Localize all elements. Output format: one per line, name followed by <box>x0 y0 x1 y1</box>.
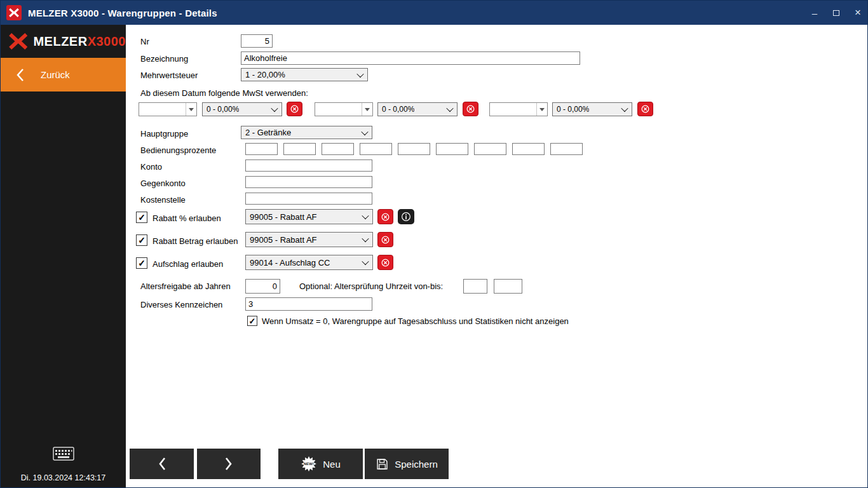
hauptgruppe-dropdown[interactable]: 2 - Getränke <box>241 126 372 139</box>
mwst-rate-dropdown-3[interactable]: 0 - 0,00% <box>552 102 632 116</box>
nr-input[interactable] <box>241 34 273 48</box>
bedienung-input-1[interactable] <box>245 143 278 155</box>
mwst-delete-button-3[interactable] <box>637 102 653 116</box>
calendar-dropdown-icon <box>362 103 372 116</box>
hauptgruppe-value: 2 - Getränke <box>245 128 291 137</box>
rabatt-betrag-checkbox[interactable]: ✓ <box>136 234 147 246</box>
maximize-icon <box>833 10 839 16</box>
diverses-kennzeichen-label: Diverses Kennzeichen <box>140 300 222 309</box>
back-button-label: Zurück <box>41 69 70 80</box>
mwst-delete-button-2[interactable] <box>463 102 478 116</box>
mwst-rate-dropdown-2[interactable]: 0 - 0,00% <box>377 102 458 116</box>
back-button[interactable]: Zurück <box>1 58 126 92</box>
bedienung-input-2[interactable] <box>283 143 316 155</box>
neu-button-label: Neu <box>323 459 341 470</box>
next-record-button[interactable] <box>197 449 261 479</box>
bedienung-input-3[interactable] <box>322 143 354 155</box>
check-icon: ✓ <box>138 235 146 245</box>
aufschlag-dropdown[interactable]: 99014 - Aufschlag CC <box>245 255 373 270</box>
bedienung-input-4[interactable] <box>360 143 392 155</box>
rabatt-prozent-checkbox[interactable]: ✓ <box>136 212 147 223</box>
bedienung-input-7[interactable] <box>474 143 506 155</box>
rabatt-betrag-delete-button[interactable] <box>377 232 393 247</box>
mehrwertsteuer-label: Mehrwertsteuer <box>140 71 198 80</box>
minimize-icon: – <box>812 8 817 18</box>
mwst-rate-dropdown-1[interactable]: 0 - 0,00% <box>202 102 282 116</box>
chevron-left-icon <box>16 68 24 82</box>
delete-circle-x-icon <box>640 104 651 114</box>
check-icon: ✓ <box>249 316 256 326</box>
speichern-button-label: Speichern <box>395 459 438 470</box>
neu-button[interactable]: NEW! Neu <box>278 449 363 479</box>
delete-circle-x-icon <box>380 212 391 222</box>
rabatt-prozent-delete-button[interactable] <box>377 209 393 224</box>
bedienung-input-5[interactable] <box>398 143 430 155</box>
check-icon: ✓ <box>138 258 146 268</box>
aufschlag-checkbox[interactable]: ✓ <box>136 257 147 269</box>
konto-label: Konto <box>140 162 162 172</box>
alterspruefung-bis-input[interactable] <box>494 279 522 294</box>
save-floppy-icon <box>376 458 389 471</box>
chevron-down-icon <box>621 105 628 112</box>
mehrwertsteuer-value: 1 - 20,00% <box>245 70 285 79</box>
window-title: MELZER X3000 - Warengruppen - Details <box>28 8 217 18</box>
alterspruefung-von-input[interactable] <box>463 279 487 294</box>
mwst-date-picker-2[interactable] <box>315 102 373 116</box>
bezeichnung-input[interactable] <box>241 51 580 65</box>
chevron-down-icon <box>356 70 363 77</box>
rabatt-betrag-value: 99005 - Rabatt AF <box>250 235 317 245</box>
mwst-rate-value-1: 0 - 0,00% <box>207 105 239 114</box>
rabatt-betrag-label: Rabatt Betrag erlauben <box>153 236 238 246</box>
nr-label: Nr <box>140 37 149 46</box>
close-icon: × <box>855 6 861 19</box>
mwst-rate-value-3: 0 - 0,00% <box>557 105 589 114</box>
bedienung-input-6[interactable] <box>436 143 468 155</box>
aufschlag-label: Aufschlag erlauben <box>153 259 223 269</box>
delete-circle-x-icon <box>289 104 300 114</box>
kostenstelle-input[interactable] <box>245 193 372 205</box>
calendar-dropdown-icon <box>536 103 547 116</box>
minimize-button[interactable]: – <box>804 1 825 25</box>
gegenkonto-label: Gegenkonto <box>140 179 186 188</box>
mwst-date-picker-3[interactable] <box>489 102 548 116</box>
speichern-button[interactable]: Speichern <box>365 449 449 479</box>
brand-secondary: X3000 <box>88 34 126 48</box>
maximize-button[interactable] <box>825 1 847 25</box>
svg-text:NEW!: NEW! <box>304 462 314 466</box>
rabatt-prozent-dropdown[interactable]: 99005 - Rabatt AF <box>245 209 373 224</box>
window-controls: – × <box>804 1 868 25</box>
mwst-date-picker-1[interactable] <box>139 102 197 116</box>
previous-record-button[interactable] <box>130 449 194 479</box>
aufschlag-delete-button[interactable] <box>377 255 393 270</box>
delete-circle-x-icon <box>465 104 476 114</box>
hauptgruppe-label: Hauptgruppe <box>140 129 188 139</box>
diverses-kennzeichen-input[interactable] <box>245 297 372 311</box>
calendar-dropdown-icon <box>186 103 196 116</box>
bedienung-input-8[interactable] <box>512 143 545 155</box>
brand-logo: MELZERX3000 <box>1 25 126 58</box>
rabatt-betrag-dropdown[interactable]: 99005 - Rabatt AF <box>245 232 373 247</box>
datetime-display: Di. 19.03.2024 12:43:17 <box>1 473 126 482</box>
keyboard-toggle[interactable] <box>1 447 126 461</box>
umsatz-null-label: Wenn Umsatz = 0, Warengruppe auf Tagesab… <box>262 316 569 326</box>
chevron-down-icon <box>362 235 369 242</box>
konto-input[interactable] <box>245 159 372 172</box>
mwst-delete-button-1[interactable] <box>287 102 302 116</box>
gegenkonto-input[interactable] <box>245 176 372 188</box>
rabatt-prozent-label: Rabatt % erlauben <box>153 214 221 223</box>
sidebar: MELZERX3000 Zurück Di. 19.03.2024 12:43: <box>1 25 126 488</box>
rabatt-prozent-info-button[interactable] <box>398 209 414 224</box>
melzer-x-icon <box>8 32 29 50</box>
mehrwertsteuer-dropdown[interactable]: 1 - 20,00% <box>241 68 368 81</box>
bedienung-input-9[interactable] <box>550 143 583 155</box>
umsatz-null-checkbox[interactable]: ✓ <box>247 316 257 326</box>
delete-circle-x-icon <box>380 234 391 245</box>
alterspruefung-optional-label: Optional: Altersprüfung Uhrzeit von-bis: <box>299 281 443 291</box>
altersfreigabe-label: Altersfreigabe ab Jahren <box>140 281 231 291</box>
altersfreigabe-input[interactable] <box>245 279 280 294</box>
bedienungsprozente-label: Bedienungsprozente <box>140 146 216 155</box>
titlebar: MELZER X3000 - Warengruppen - Details – … <box>1 1 868 25</box>
brand-primary: MELZER <box>33 34 87 48</box>
close-button[interactable]: × <box>847 1 868 25</box>
delete-circle-x-icon <box>380 257 391 268</box>
